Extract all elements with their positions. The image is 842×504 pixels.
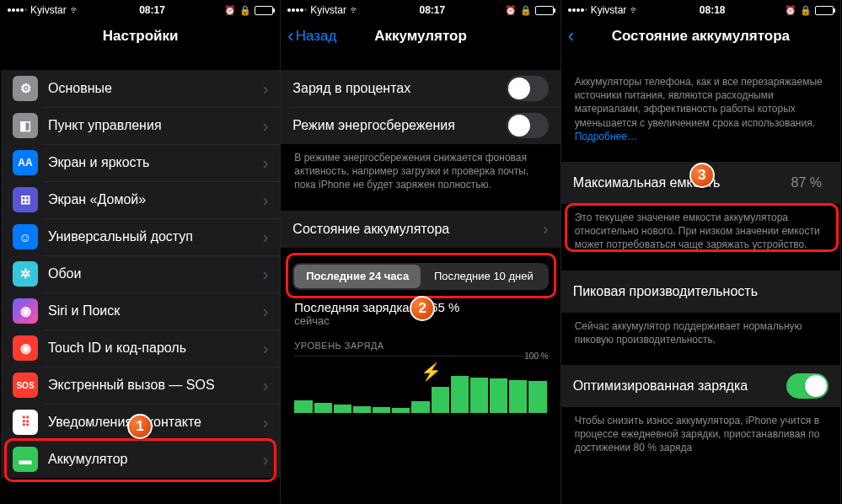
battery-icon: ▬ [13,447,38,472]
low-power-footer: В режиме энергосбережения снижается фоно… [281,144,560,196]
row-battery-percent[interactable]: Заряд в процентах [281,70,560,107]
signal-icon [568,8,587,12]
row-optimized-charging[interactable]: Оптимизированная зарядка [561,365,840,407]
chevron-right-icon: › [263,116,269,136]
text-size-icon: AA [13,150,38,175]
back-label: Назад [296,28,337,45]
row-label: Пиковая производительность [573,284,829,299]
row-max-capacity[interactable]: Максимальная емкость 87 % [561,162,840,204]
battery-icon [255,6,273,15]
signal-icon [8,8,27,12]
opt-footer: Чтобы снизить износ аккумулятора, iPhone… [561,407,840,458]
chevron-left-icon: ‹ [568,25,574,47]
seg-10d[interactable]: Последние 10 дней [421,265,547,288]
row-peak-performance[interactable]: Пиковая производительность [561,271,840,313]
orientation-lock-icon: 🔒 [800,5,812,16]
signal-icon [287,8,307,12]
wifi-icon: ᯤ [630,4,640,16]
carrier-label: Kyivstar [310,4,346,16]
accessibility-icon: ☺ [13,224,38,249]
last-charge-time: сейчас [281,314,560,330]
nav-bar: ‹ Состояние аккумулятора [561,18,840,55]
page-title: Настройки [103,28,179,45]
alarm-icon: ⏰ [785,5,796,16]
chart-y100: 100 % [524,351,548,361]
row-general[interactable]: ⚙ Основные › [1,70,280,107]
chevron-right-icon: › [263,339,269,358]
carrier-label: Kyivstar [30,4,67,16]
row-label: Основные [48,81,263,96]
nav-bar: Настройки [1,18,280,55]
carrier-label: Kyivstar [591,4,627,16]
row-wallpaper[interactable]: ✲ Обои › [1,255,280,292]
toggle-optimized-charging[interactable] [786,373,829,399]
back-button[interactable]: ‹ Назад [287,25,336,47]
row-label: Аккумулятор [48,452,263,467]
row-label: Touch ID и код-пароль [48,340,263,356]
seg-24h[interactable]: Последние 24 часа [294,265,421,288]
wifi-icon: ᯤ [70,4,80,16]
row-label: Экран и яркость [48,155,263,170]
row-label: Обои [48,266,263,281]
settings-screen: Kyivstar ᯤ 08:17 ⏰ 🔒 Настройки ⚙ Основны… [1,1,281,503]
exposure-icon: ⠿ [13,410,38,435]
alarm-icon: ⏰ [505,5,517,16]
row-low-power[interactable]: Режим энергосбережения [281,107,560,144]
chevron-right-icon: › [263,265,269,284]
row-sos[interactable]: SOS Экстренный вызов — SOS › [1,367,280,404]
battery-health-screen: Kyivstar ᯤ 08:18 ⏰ 🔒 ‹ Состояние аккумул… [561,1,841,503]
orientation-lock-icon: 🔒 [520,5,532,16]
siri-icon: ◉ [13,298,38,324]
back-button[interactable]: ‹ [568,25,576,47]
fingerprint-icon: ◉ [13,335,38,361]
row-battery[interactable]: ▬ Аккумулятор › [1,441,280,478]
segmented-control[interactable]: Последние 24 часа Последние 10 дней [292,263,548,290]
row-battery-health[interactable]: Состояние аккумулятора › [281,211,560,248]
chevron-right-icon: › [263,228,269,247]
health-list: Аккумуляторы телефона, как и все перезар… [561,55,840,458]
orientation-lock-icon: 🔒 [239,5,251,16]
row-exposure[interactable]: ⠿ Уведомления о контакте › [1,404,280,441]
intro-text: Аккумуляторы телефона, как и все перезар… [561,55,840,147]
row-label: Заряд в процентах [292,81,506,96]
learn-more-link[interactable]: Подробнее… [575,131,637,142]
gear-icon: ⚙ [13,76,38,101]
row-touchid[interactable]: ◉ Touch ID и код-пароль › [1,330,280,367]
status-bar: Kyivstar ᯤ 08:18 ⏰ 🔒 [561,1,840,18]
page-title: Состояние аккумулятора [612,28,790,45]
bolt-icon: ⚡ [421,362,442,382]
last-charge-label: Последняя зарядка до 65 % [281,295,560,314]
chevron-right-icon: › [543,219,549,239]
switches-icon: ◧ [13,113,38,138]
row-label: Siri и Поиск [48,303,263,319]
max-capacity-value: 87 % [791,175,822,190]
row-display[interactable]: AA Экран и яркость › [1,144,280,181]
row-control-center[interactable]: ◧ Пункт управления › [1,107,280,144]
row-label: Уведомления о контакте [48,415,263,430]
row-label: Максимальная емкость [573,175,791,190]
chart-header: УРОВЕНЬ ЗАРЯДА [281,330,560,352]
row-label: Режим энергосбережения [292,118,506,133]
chevron-right-icon: › [263,79,269,99]
toggle-low-power[interactable] [507,113,549,138]
status-bar: Kyivstar ᯤ 08:17 ⏰ 🔒 [281,1,560,18]
row-home-screen[interactable]: ⊞ Экран «Домой» › [1,181,280,218]
wifi-icon: ᯤ [350,4,360,16]
battery-screen: Kyivstar ᯤ 08:17 ⏰ 🔒 ‹ Назад Аккумулятор… [281,1,560,503]
row-label: Экран «Домой» [48,192,263,207]
battery-list: Заряд в процентах Режим энергосбережения… [281,70,560,413]
clock-label: 08:17 [139,4,165,16]
page-title: Аккумулятор [374,28,467,45]
row-siri[interactable]: ◉ Siri и Поиск › [1,292,280,330]
toggle-battery-percent[interactable] [507,76,549,101]
row-label: Оптимизированная зарядка [573,378,786,394]
row-accessibility[interactable]: ☺ Универсальный доступ › [1,218,280,255]
chevron-left-icon: ‹ [287,25,293,47]
sos-icon: SOS [13,373,38,398]
alarm-icon: ⏰ [224,5,236,16]
row-label: Пункт управления [48,118,263,133]
chevron-right-icon: › [263,376,269,395]
status-bar: Kyivstar ᯤ 08:17 ⏰ 🔒 [1,1,280,18]
battery-chart: 100 % ⚡ [294,356,546,413]
wallpaper-icon: ✲ [13,261,38,287]
